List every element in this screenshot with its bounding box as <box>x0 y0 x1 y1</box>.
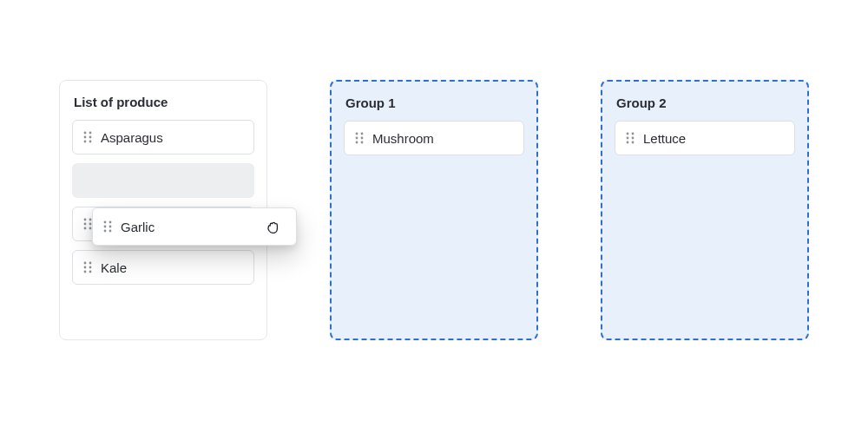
svg-point-18 <box>356 133 358 135</box>
produce-list-title: List of produce <box>74 95 254 109</box>
svg-point-10 <box>84 227 87 230</box>
svg-point-17 <box>89 271 92 273</box>
svg-point-3 <box>89 136 92 139</box>
svg-point-7 <box>89 219 92 221</box>
svg-point-19 <box>361 133 364 135</box>
svg-point-1 <box>89 132 92 135</box>
svg-point-26 <box>627 137 629 140</box>
svg-point-23 <box>361 141 364 144</box>
svg-point-30 <box>104 221 107 224</box>
drag-handle-icon[interactable] <box>83 261 92 273</box>
svg-point-28 <box>627 141 629 144</box>
list-item[interactable]: Kale <box>72 250 254 285</box>
svg-point-32 <box>104 226 107 228</box>
group-2-title: Group 2 <box>616 95 795 110</box>
svg-point-31 <box>109 221 112 224</box>
list-item-label: Kale <box>101 260 127 275</box>
svg-point-16 <box>84 271 87 273</box>
svg-point-13 <box>89 262 92 265</box>
group-2-dropzone[interactable]: Group 2 Lettuce <box>601 80 809 340</box>
svg-point-11 <box>89 227 92 230</box>
svg-point-4 <box>84 141 87 143</box>
svg-point-5 <box>89 141 92 143</box>
svg-point-2 <box>84 136 87 139</box>
drop-placeholder <box>72 163 254 198</box>
svg-point-27 <box>632 137 635 140</box>
svg-point-33 <box>109 226 112 228</box>
svg-point-0 <box>84 132 87 135</box>
svg-point-21 <box>361 137 364 140</box>
svg-point-34 <box>104 230 107 233</box>
svg-point-9 <box>89 223 92 226</box>
list-item[interactable]: Mushroom <box>344 121 524 155</box>
svg-point-24 <box>627 133 629 135</box>
list-item-label: Lettuce <box>643 131 686 146</box>
svg-point-14 <box>84 266 87 269</box>
group-1-title: Group 1 <box>345 95 524 110</box>
group-1-dropzone[interactable]: Group 1 Mushroom <box>330 80 538 340</box>
grabbing-cursor-icon <box>263 217 282 236</box>
drag-handle-icon[interactable] <box>626 132 635 144</box>
svg-point-29 <box>632 141 635 144</box>
svg-point-6 <box>84 219 87 221</box>
drag-handle-icon[interactable] <box>83 218 92 230</box>
drag-handle-icon[interactable] <box>355 132 364 144</box>
svg-point-25 <box>632 133 635 135</box>
svg-point-12 <box>84 262 87 265</box>
drag-handle-icon[interactable] <box>103 220 112 233</box>
svg-point-8 <box>84 223 87 226</box>
list-item[interactable]: Asparagus <box>72 120 254 155</box>
svg-point-15 <box>89 266 92 269</box>
dragging-item[interactable]: Garlic <box>92 207 297 246</box>
svg-point-20 <box>356 137 358 140</box>
list-item[interactable]: Lettuce <box>615 121 795 155</box>
dragging-item-label: Garlic <box>121 220 155 234</box>
svg-point-35 <box>109 230 112 233</box>
list-item-label: Asparagus <box>101 130 163 145</box>
svg-point-22 <box>356 141 358 144</box>
drag-handle-icon[interactable] <box>83 131 92 143</box>
list-item-label: Mushroom <box>372 131 434 146</box>
